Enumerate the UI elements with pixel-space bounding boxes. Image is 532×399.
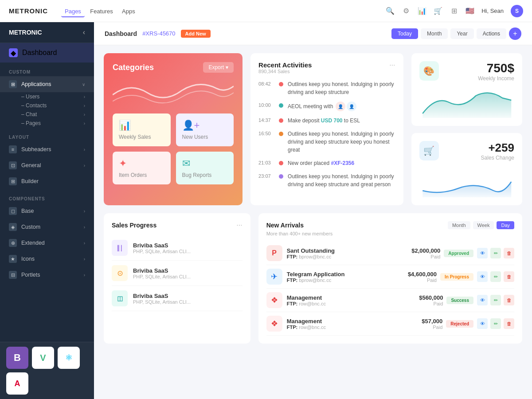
- bug-reports-icon: ✉: [182, 158, 228, 169]
- dashboard-label: Dashboard: [22, 49, 57, 57]
- nav-link-features[interactable]: Features: [86, 6, 116, 16]
- sp-logo-1: ∥∣: [112, 240, 128, 256]
- sidebar-item-builder[interactable]: ⊞ Builder: [0, 173, 94, 189]
- sub-card-weekly-sales[interactable]: 📊 Weekly Sales: [113, 113, 171, 146]
- edit-btn-3[interactable]: ✏: [490, 295, 501, 305]
- bottom-row: Sales Progress ··· ∥∣ Briviba SaaS PHP, …: [104, 213, 522, 344]
- actions-button[interactable]: Actions: [477, 28, 506, 39]
- sidebar: METRONIC ‹ ◆ Dashboard CUSTOM ⊞ Applicat…: [0, 22, 94, 399]
- nav-link-apps[interactable]: Apps: [118, 6, 139, 16]
- sub-card-item-orders[interactable]: ✦ Item Orders: [113, 152, 171, 184]
- sidebar-sub-contacts[interactable]: – Contacts›: [0, 101, 94, 110]
- general-icon: ⊡: [9, 161, 17, 169]
- sidebar-item-custom[interactable]: ◈ Custom ›: [0, 219, 94, 235]
- sidebar-item-base[interactable]: ◻ Base ›: [0, 203, 94, 219]
- status-approved: Approved: [444, 250, 473, 257]
- na-filter-month[interactable]: Month: [448, 221, 470, 229]
- edit-btn-1[interactable]: ✏: [490, 248, 501, 258]
- sidebar-item-subheaders[interactable]: ≡ Subheaders ›: [0, 141, 94, 157]
- activity-dot-6: [279, 174, 283, 179]
- share-icon[interactable]: ⚙: [402, 7, 411, 16]
- new-arrivals-header: New Arrivals Month Week Day: [266, 221, 514, 229]
- export-button[interactable]: Export ▾: [203, 62, 234, 73]
- builder-icon: ⊞: [9, 177, 17, 185]
- react-logo[interactable]: ⚛: [58, 347, 80, 369]
- new-arrivals-card: New Arrivals Month Week Day More than 40…: [258, 213, 522, 344]
- main-content: Dashboard #XRS-45670 Add New Today Month…: [94, 22, 532, 399]
- user-avatar[interactable]: S: [511, 5, 523, 17]
- add-new-button[interactable]: Add New: [181, 30, 211, 38]
- sidebar-item-general[interactable]: ⊡ General ›: [0, 157, 94, 173]
- search-icon[interactable]: 🔍: [386, 7, 395, 16]
- sales-progress-title: Sales Progress: [112, 222, 156, 229]
- top-navigation: METRONIC Pages Features Apps 🔍 ⚙ 📊 🛒 ⊞ 🇺…: [0, 0, 532, 22]
- sidebar-item-portlets[interactable]: ⊟ Portlets ›: [0, 267, 94, 283]
- activity-dot-1: [279, 82, 283, 86]
- sidebar-sub-pages[interactable]: – Pages›: [0, 119, 94, 128]
- edit-btn-4[interactable]: ✏: [490, 318, 501, 329]
- view-btn-2[interactable]: 👁: [477, 271, 488, 282]
- activity-avatars: 👤 👤: [336, 102, 356, 111]
- sp-logo-2: ⊙: [112, 265, 128, 281]
- activity-dot-5: [279, 161, 283, 165]
- delete-btn-2[interactable]: 🗑: [504, 271, 514, 282]
- income-chart: [419, 87, 514, 118]
- sidebar-item-icons[interactable]: ★ Icons ›: [0, 251, 94, 267]
- sidebar-toggle-icon[interactable]: ‹: [83, 28, 85, 36]
- sub-card-bug-reports[interactable]: ✉ Bug Reports: [176, 152, 234, 184]
- sidebar-sub-chat[interactable]: – Chat›: [0, 110, 94, 119]
- sp-item-3: ◫ Briviba SaaS PHP, SQLite, Artisan CLI.…: [112, 286, 243, 311]
- categories-header: Categories Export ▾: [113, 62, 234, 73]
- na-icon-4: ❖: [266, 316, 282, 332]
- plus-button[interactable]: +: [509, 27, 521, 40]
- top-row: Categories Export ▾ 📊 W: [104, 53, 522, 205]
- status-success: Success: [446, 297, 473, 304]
- activity-item-6: 23:07 Outlines keep you honest. Indulgin…: [258, 172, 395, 188]
- na-filter-day[interactable]: Day: [497, 221, 514, 229]
- view-btn-1[interactable]: 👁: [477, 248, 488, 258]
- view-btn-4[interactable]: 👁: [477, 318, 488, 329]
- na-item-2-actions: 👁 ✏ 🗑: [477, 271, 514, 282]
- right-column: 🎨 750$ Weekly Income: [411, 53, 522, 205]
- categories-title: Categories: [113, 63, 154, 72]
- sub-card-new-users[interactable]: 👤+ New Users: [176, 113, 234, 146]
- vue-logo[interactable]: V: [32, 347, 54, 369]
- language-flag[interactable]: 🇺🇸: [466, 7, 474, 15]
- bug-reports-label: Bug Reports: [182, 172, 228, 178]
- bootstrap-logo[interactable]: B: [6, 347, 28, 369]
- analytics-icon[interactable]: 📊: [418, 7, 426, 16]
- activity-dot-4: [279, 132, 283, 136]
- sidebar-dashboard-item[interactable]: ◆ Dashboard: [0, 43, 94, 63]
- cart-icon[interactable]: 🛒: [434, 7, 442, 16]
- status-rejected: Rejected: [446, 320, 473, 328]
- na-icon-1: P: [266, 245, 282, 261]
- activities-title-block: Recent Activities 890,344 Sales: [258, 61, 312, 80]
- sidebar-item-extended[interactable]: ⊕ Extended ›: [0, 235, 94, 251]
- sales-change-label: Sales Change: [481, 155, 514, 161]
- grid-icon[interactable]: ⊞: [450, 7, 458, 16]
- na-filter-week[interactable]: Week: [473, 221, 494, 229]
- view-btn-3[interactable]: 👁: [477, 295, 488, 305]
- sidebar-sub-users[interactable]: – Users›: [0, 92, 94, 101]
- angular-logo[interactable]: A: [6, 372, 28, 395]
- sales-change-header: 🛒 +259 Sales Change: [419, 141, 514, 164]
- sp-menu[interactable]: ···: [236, 221, 242, 229]
- nav-link-pages[interactable]: Pages: [61, 6, 85, 17]
- portlets-icon: ⊟: [9, 271, 17, 279]
- na-item-1-actions: 👁 ✏ 🗑: [477, 248, 514, 258]
- activities-menu[interactable]: ···: [389, 61, 395, 69]
- delete-btn-3[interactable]: 🗑: [504, 295, 514, 305]
- filter-month[interactable]: Month: [421, 28, 448, 39]
- delete-btn-1[interactable]: 🗑: [504, 248, 514, 258]
- avatar-1: 👤: [336, 102, 345, 111]
- filter-today[interactable]: Today: [391, 28, 418, 39]
- dashboard-icon: ◆: [9, 48, 18, 57]
- filter-year[interactable]: Year: [450, 28, 473, 39]
- sidebar-item-applications[interactable]: ⊞ Applications ∨: [0, 76, 94, 92]
- na-item-3-actions: 👁 ✏ 🗑: [477, 295, 514, 305]
- delete-btn-4[interactable]: 🗑: [504, 318, 514, 329]
- edit-btn-2[interactable]: ✏: [490, 271, 501, 282]
- na-item-4-actions: 👁 ✏ 🗑: [477, 318, 514, 329]
- item-orders-label: Item Orders: [119, 172, 164, 178]
- sales-change-card: 🛒 +259 Sales Change: [411, 133, 522, 205]
